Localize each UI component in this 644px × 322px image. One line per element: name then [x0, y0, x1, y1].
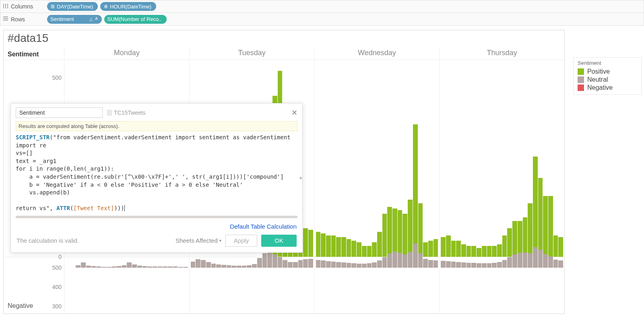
calc-name-input[interactable]: [16, 107, 103, 118]
bar[interactable]: [408, 200, 413, 257]
formula-editor[interactable]: SCRIPT_STR("from vaderSentiment.vaderSen…: [11, 131, 302, 216]
pill-label: SUM(Number of Reco..: [107, 16, 162, 22]
bar[interactable]: [341, 237, 346, 257]
negative-bars[interactable]: [64, 257, 564, 314]
calculation-editor-dialog[interactable]: TC15Tweets ✕ Results are computed along …: [10, 103, 303, 253]
columns-icon: [3, 3, 8, 10]
bar[interactable]: [451, 241, 456, 257]
bar[interactable]: [398, 210, 402, 257]
day-column: [314, 60, 440, 257]
bar[interactable]: [558, 237, 563, 257]
bar[interactable]: [372, 242, 377, 257]
y-tick: 500: [52, 74, 62, 81]
bar[interactable]: [553, 235, 558, 257]
bar[interactable]: [413, 124, 418, 257]
bar[interactable]: [523, 217, 528, 257]
bar[interactable]: [362, 246, 367, 257]
pill-hour-datetime[interactable]: ⊕ HOUR(DateTime): [100, 2, 156, 11]
legend-swatch: [578, 85, 584, 91]
pill-sum-records[interactable]: SUM(Number of Reco..: [104, 15, 167, 24]
sheets-affected-label: Sheets Affected: [175, 237, 218, 244]
legend-item[interactable]: Neutral: [578, 76, 637, 84]
y-axis-negative: Negative 500400300: [4, 257, 64, 314]
default-table-calc-link[interactable]: Default Table Calculation: [230, 223, 297, 230]
columns-shelf[interactable]: Columns ⊞ DAY(DateTime) ⊕ HOUR(DateTime): [0, 0, 644, 13]
bar[interactable]: [331, 235, 336, 257]
rows-shelf[interactable]: Rows Sentiment △ ≛ SUM(Number of Reco..: [0, 13, 644, 26]
y-tick: 400: [52, 284, 62, 290]
rows-icon: [3, 16, 8, 23]
bar[interactable]: [502, 235, 507, 257]
clock-icon: ⊕: [103, 4, 108, 9]
bar[interactable]: [418, 203, 423, 257]
bar[interactable]: [533, 157, 538, 257]
bar[interactable]: [351, 241, 356, 257]
bar[interactable]: [402, 214, 407, 257]
apply-button[interactable]: Apply: [225, 235, 258, 247]
bar[interactable]: [321, 233, 326, 257]
bar[interactable]: [382, 214, 387, 257]
bar[interactable]: [428, 241, 433, 257]
negative-pane: Negative 500400300: [4, 257, 564, 314]
bar[interactable]: [446, 235, 451, 257]
bar[interactable]: [492, 246, 497, 257]
bar[interactable]: [497, 244, 502, 257]
bar[interactable]: [538, 178, 543, 257]
legend-card[interactable]: Sentiment PositiveNeutralNegative: [573, 57, 642, 95]
bar[interactable]: [471, 246, 476, 257]
day-column: [439, 60, 564, 257]
pill-label: DAY(DateTime): [57, 4, 93, 10]
bar[interactable]: [308, 230, 313, 257]
legend-title: Sentiment: [578, 60, 637, 66]
day-header[interactable]: Thursday: [439, 47, 564, 60]
bar[interactable]: [512, 221, 517, 257]
columns-shelf-label: Columns: [3, 3, 45, 10]
bar[interactable]: [461, 244, 466, 257]
bar[interactable]: [507, 228, 512, 257]
bar[interactable]: [377, 232, 382, 257]
day-header[interactable]: Monday: [64, 47, 189, 60]
bar[interactable]: [456, 241, 461, 257]
pill-label: HOUR(DateTime): [110, 4, 151, 10]
bar[interactable]: [548, 196, 553, 257]
legend-label: Negative: [587, 84, 613, 91]
datasource-indicator[interactable]: TC15Tweets: [107, 109, 146, 116]
row-field-header: Sentiment: [4, 49, 64, 60]
pill-day-datetime[interactable]: ⊞ DAY(DateTime): [47, 2, 98, 11]
negative-row-label: Negative: [8, 302, 33, 310]
bar[interactable]: [367, 246, 372, 257]
legend-swatch: [578, 76, 584, 83]
close-icon[interactable]: ✕: [291, 108, 297, 117]
bar[interactable]: [336, 237, 341, 257]
bar[interactable]: [482, 246, 487, 257]
bar[interactable]: [477, 248, 481, 257]
ok-button[interactable]: OK: [261, 235, 297, 247]
day-header[interactable]: Wednesday: [314, 47, 440, 60]
day-header[interactable]: Tuesday: [189, 47, 314, 60]
bar[interactable]: [392, 208, 397, 257]
bar[interactable]: [387, 207, 392, 257]
bar[interactable]: [316, 232, 321, 257]
bar[interactable]: [433, 239, 438, 257]
bar[interactable]: [347, 239, 351, 257]
legend-swatch: [578, 68, 584, 75]
pill-sentiment[interactable]: Sentiment △ ≛: [47, 15, 102, 24]
bar[interactable]: [423, 242, 428, 257]
legend-item[interactable]: Negative: [578, 84, 637, 92]
bar[interactable]: [543, 196, 548, 257]
bar[interactable]: [466, 246, 471, 257]
sheets-affected-dropdown[interactable]: Sheets Affected ▾: [175, 237, 221, 244]
bar[interactable]: [303, 228, 308, 257]
y-tick: 500: [52, 264, 62, 271]
datasource-name: TC15Tweets: [114, 109, 146, 116]
sort-icon: ≛: [95, 17, 99, 22]
bar[interactable]: [528, 203, 533, 257]
resize-handle-icon[interactable]: ▸: [300, 174, 303, 182]
bar[interactable]: [326, 235, 331, 257]
bar[interactable]: [518, 221, 522, 257]
pill-label: Sentiment: [50, 16, 74, 22]
bar[interactable]: [487, 246, 492, 257]
bar[interactable]: [357, 242, 361, 257]
bar[interactable]: [441, 237, 446, 257]
legend-item[interactable]: Positive: [578, 68, 637, 76]
